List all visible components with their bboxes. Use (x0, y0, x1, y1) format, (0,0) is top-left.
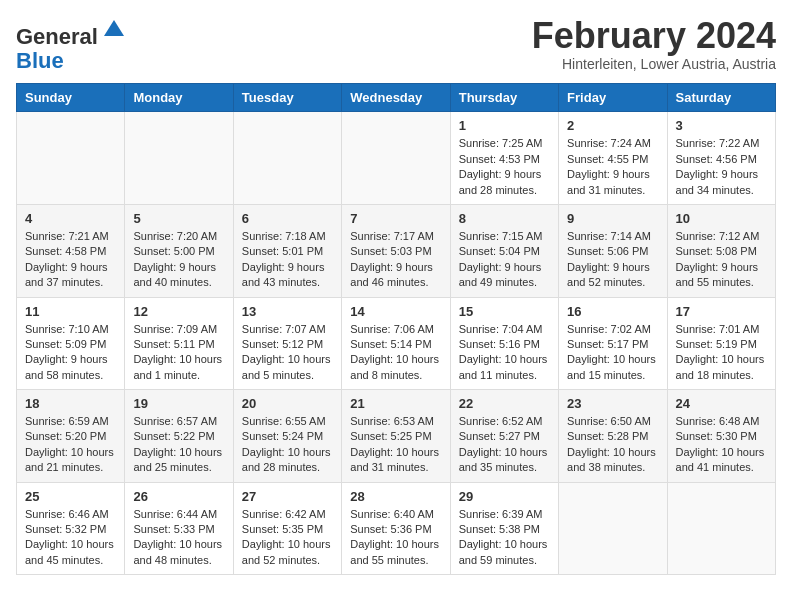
day-info: Sunrise: 7:04 AM Sunset: 5:16 PM Dayligh… (459, 322, 550, 384)
day-number: 19 (133, 396, 224, 411)
calendar-cell: 21Sunrise: 6:53 AM Sunset: 5:25 PM Dayli… (342, 390, 450, 483)
day-number: 17 (676, 304, 767, 319)
title-area: February 2024 Hinterleiten, Lower Austri… (532, 16, 776, 72)
day-number: 23 (567, 396, 658, 411)
day-number: 28 (350, 489, 441, 504)
day-info: Sunrise: 6:55 AM Sunset: 5:24 PM Dayligh… (242, 414, 333, 476)
day-info: Sunrise: 7:17 AM Sunset: 5:03 PM Dayligh… (350, 229, 441, 291)
day-info: Sunrise: 6:52 AM Sunset: 5:27 PM Dayligh… (459, 414, 550, 476)
day-info: Sunrise: 7:15 AM Sunset: 5:04 PM Dayligh… (459, 229, 550, 291)
day-info: Sunrise: 7:24 AM Sunset: 4:55 PM Dayligh… (567, 136, 658, 198)
day-number: 25 (25, 489, 116, 504)
day-info: Sunrise: 7:07 AM Sunset: 5:12 PM Dayligh… (242, 322, 333, 384)
calendar-cell: 12Sunrise: 7:09 AM Sunset: 5:11 PM Dayli… (125, 297, 233, 390)
day-number: 13 (242, 304, 333, 319)
day-number: 4 (25, 211, 116, 226)
day-number: 26 (133, 489, 224, 504)
header-saturday: Saturday (667, 84, 775, 112)
calendar-cell: 7Sunrise: 7:17 AM Sunset: 5:03 PM Daylig… (342, 204, 450, 297)
calendar-cell: 25Sunrise: 6:46 AM Sunset: 5:32 PM Dayli… (17, 482, 125, 575)
day-number: 2 (567, 118, 658, 133)
calendar-cell: 19Sunrise: 6:57 AM Sunset: 5:22 PM Dayli… (125, 390, 233, 483)
day-number: 7 (350, 211, 441, 226)
calendar-cell (667, 482, 775, 575)
day-info: Sunrise: 7:12 AM Sunset: 5:08 PM Dayligh… (676, 229, 767, 291)
day-info: Sunrise: 7:10 AM Sunset: 5:09 PM Dayligh… (25, 322, 116, 384)
day-number: 3 (676, 118, 767, 133)
day-number: 1 (459, 118, 550, 133)
calendar-cell: 29Sunrise: 6:39 AM Sunset: 5:38 PM Dayli… (450, 482, 558, 575)
day-info: Sunrise: 7:20 AM Sunset: 5:00 PM Dayligh… (133, 229, 224, 291)
calendar-cell: 3Sunrise: 7:22 AM Sunset: 4:56 PM Daylig… (667, 112, 775, 205)
logo-blue-text: Blue (16, 48, 64, 73)
calendar-cell (17, 112, 125, 205)
day-number: 18 (25, 396, 116, 411)
day-info: Sunrise: 6:42 AM Sunset: 5:35 PM Dayligh… (242, 507, 333, 569)
day-number: 27 (242, 489, 333, 504)
day-number: 11 (25, 304, 116, 319)
day-info: Sunrise: 7:18 AM Sunset: 5:01 PM Dayligh… (242, 229, 333, 291)
calendar-cell: 4Sunrise: 7:21 AM Sunset: 4:58 PM Daylig… (17, 204, 125, 297)
calendar-week-1: 1Sunrise: 7:25 AM Sunset: 4:53 PM Daylig… (17, 112, 776, 205)
calendar-cell: 22Sunrise: 6:52 AM Sunset: 5:27 PM Dayli… (450, 390, 558, 483)
day-info: Sunrise: 6:59 AM Sunset: 5:20 PM Dayligh… (25, 414, 116, 476)
logo-icon (100, 16, 128, 44)
day-info: Sunrise: 7:21 AM Sunset: 4:58 PM Dayligh… (25, 229, 116, 291)
calendar-cell: 11Sunrise: 7:10 AM Sunset: 5:09 PM Dayli… (17, 297, 125, 390)
location-title: Hinterleiten, Lower Austria, Austria (532, 56, 776, 72)
calendar-cell: 18Sunrise: 6:59 AM Sunset: 5:20 PM Dayli… (17, 390, 125, 483)
day-info: Sunrise: 6:50 AM Sunset: 5:28 PM Dayligh… (567, 414, 658, 476)
day-info: Sunrise: 7:06 AM Sunset: 5:14 PM Dayligh… (350, 322, 441, 384)
header-sunday: Sunday (17, 84, 125, 112)
calendar-cell: 26Sunrise: 6:44 AM Sunset: 5:33 PM Dayli… (125, 482, 233, 575)
calendar-cell: 6Sunrise: 7:18 AM Sunset: 5:01 PM Daylig… (233, 204, 341, 297)
header-monday: Monday (125, 84, 233, 112)
calendar-table: Sunday Monday Tuesday Wednesday Thursday… (16, 83, 776, 575)
day-info: Sunrise: 7:02 AM Sunset: 5:17 PM Dayligh… (567, 322, 658, 384)
weekday-header-row: Sunday Monday Tuesday Wednesday Thursday… (17, 84, 776, 112)
calendar-cell: 23Sunrise: 6:50 AM Sunset: 5:28 PM Dayli… (559, 390, 667, 483)
calendar-cell: 17Sunrise: 7:01 AM Sunset: 5:19 PM Dayli… (667, 297, 775, 390)
day-info: Sunrise: 6:39 AM Sunset: 5:38 PM Dayligh… (459, 507, 550, 569)
day-info: Sunrise: 6:40 AM Sunset: 5:36 PM Dayligh… (350, 507, 441, 569)
calendar-cell: 27Sunrise: 6:42 AM Sunset: 5:35 PM Dayli… (233, 482, 341, 575)
day-info: Sunrise: 6:48 AM Sunset: 5:30 PM Dayligh… (676, 414, 767, 476)
day-info: Sunrise: 6:57 AM Sunset: 5:22 PM Dayligh… (133, 414, 224, 476)
day-number: 21 (350, 396, 441, 411)
calendar-week-3: 11Sunrise: 7:10 AM Sunset: 5:09 PM Dayli… (17, 297, 776, 390)
calendar-cell: 5Sunrise: 7:20 AM Sunset: 5:00 PM Daylig… (125, 204, 233, 297)
calendar-cell: 2Sunrise: 7:24 AM Sunset: 4:55 PM Daylig… (559, 112, 667, 205)
day-number: 29 (459, 489, 550, 504)
day-number: 22 (459, 396, 550, 411)
day-info: Sunrise: 7:25 AM Sunset: 4:53 PM Dayligh… (459, 136, 550, 198)
day-number: 9 (567, 211, 658, 226)
day-info: Sunrise: 6:46 AM Sunset: 5:32 PM Dayligh… (25, 507, 116, 569)
calendar-cell: 16Sunrise: 7:02 AM Sunset: 5:17 PM Dayli… (559, 297, 667, 390)
day-number: 20 (242, 396, 333, 411)
day-info: Sunrise: 7:14 AM Sunset: 5:06 PM Dayligh… (567, 229, 658, 291)
day-number: 6 (242, 211, 333, 226)
calendar-week-4: 18Sunrise: 6:59 AM Sunset: 5:20 PM Dayli… (17, 390, 776, 483)
day-number: 14 (350, 304, 441, 319)
calendar-cell: 10Sunrise: 7:12 AM Sunset: 5:08 PM Dayli… (667, 204, 775, 297)
calendar-week-2: 4Sunrise: 7:21 AM Sunset: 4:58 PM Daylig… (17, 204, 776, 297)
calendar-cell: 24Sunrise: 6:48 AM Sunset: 5:30 PM Dayli… (667, 390, 775, 483)
calendar-cell: 20Sunrise: 6:55 AM Sunset: 5:24 PM Dayli… (233, 390, 341, 483)
logo: General Blue (16, 16, 128, 73)
calendar-week-5: 25Sunrise: 6:46 AM Sunset: 5:32 PM Dayli… (17, 482, 776, 575)
header-tuesday: Tuesday (233, 84, 341, 112)
calendar-cell: 1Sunrise: 7:25 AM Sunset: 4:53 PM Daylig… (450, 112, 558, 205)
calendar-cell (233, 112, 341, 205)
calendar-cell (559, 482, 667, 575)
calendar-cell (342, 112, 450, 205)
calendar-cell: 9Sunrise: 7:14 AM Sunset: 5:06 PM Daylig… (559, 204, 667, 297)
day-number: 12 (133, 304, 224, 319)
day-number: 15 (459, 304, 550, 319)
header-friday: Friday (559, 84, 667, 112)
day-number: 24 (676, 396, 767, 411)
calendar-cell: 8Sunrise: 7:15 AM Sunset: 5:04 PM Daylig… (450, 204, 558, 297)
page-header: General Blue February 2024 Hinterleiten,… (16, 16, 776, 73)
day-info: Sunrise: 7:22 AM Sunset: 4:56 PM Dayligh… (676, 136, 767, 198)
calendar-cell (125, 112, 233, 205)
day-info: Sunrise: 7:01 AM Sunset: 5:19 PM Dayligh… (676, 322, 767, 384)
